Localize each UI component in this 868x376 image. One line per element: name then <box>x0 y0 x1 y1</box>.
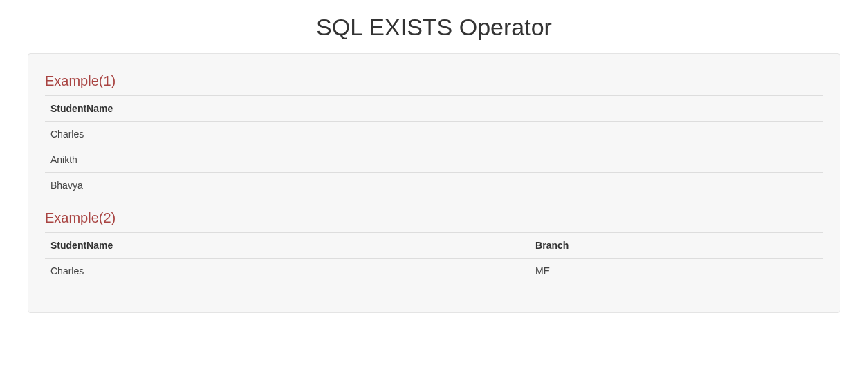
table-cell: Charles <box>45 258 530 284</box>
table-header-cell: StudentName <box>45 232 530 258</box>
table-row: Charles <box>45 122 823 147</box>
example1-table: StudentName Charles Anikth Bhavya <box>45 95 823 198</box>
example2-heading: Example(2) <box>45 210 823 226</box>
table-row: Anikth <box>45 147 823 173</box>
table-row: Charles ME <box>45 258 823 284</box>
example2-table: StudentName Branch Charles ME <box>45 232 823 283</box>
table-header-row: StudentName <box>45 95 823 122</box>
table-cell: ME <box>530 258 823 284</box>
table-header-cell: StudentName <box>45 95 823 122</box>
table-row: Bhavya <box>45 173 823 198</box>
table-header-cell: Branch <box>530 232 823 258</box>
table-cell: Anikth <box>45 147 823 173</box>
table-cell: Charles <box>45 122 823 147</box>
content-panel: Example(1) StudentName Charles Anikth Bh… <box>28 53 840 313</box>
table-header-row: StudentName Branch <box>45 232 823 258</box>
table-cell: Bhavya <box>45 173 823 198</box>
example1-heading: Example(1) <box>45 73 823 89</box>
page-title: SQL EXISTS Operator <box>0 14 868 41</box>
